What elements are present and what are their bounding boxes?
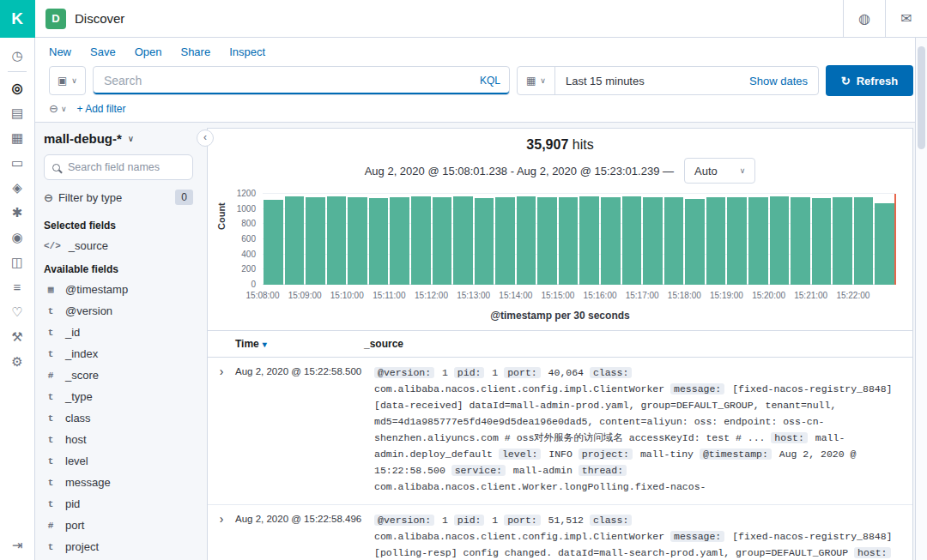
field-item-message[interactable]: tmessage [44,472,193,493]
expand-row-button[interactable]: › [208,365,235,496]
interval-select[interactable]: Auto ∨ [684,158,755,184]
field-item-type[interactable]: t_type [44,386,193,407]
field-item-level[interactable]: tlevel [44,450,193,472]
histogram-bar[interactable] [770,196,790,285]
histogram-bar[interactable] [264,200,283,285]
histogram-bar[interactable] [517,196,536,285]
filter-by-type-button[interactable]: ⊖ Filter by type 0 [44,180,193,213]
histogram-bar[interactable] [475,198,494,285]
search-input[interactable] [102,73,473,88]
histogram-bar[interactable] [369,198,389,285]
menu-item-inspect[interactable]: Inspect [229,45,265,58]
histogram-bar[interactable] [727,197,747,285]
field-name: pid [65,497,80,510]
field-item-class[interactable]: tclass [44,407,193,429]
column-header-time[interactable]: Time ▾ [208,338,364,350]
field-item-version[interactable]: t@version [44,300,193,322]
field-item-score[interactable]: #_score [44,364,193,386]
kql-toggle[interactable]: KQL [473,75,500,87]
histogram-bar[interactable] [875,203,894,285]
globe-icon[interactable]: ◍ [843,0,885,38]
discover-icon[interactable]: ◎ [4,75,30,100]
histogram-bar[interactable] [833,197,852,285]
dashboard-icon[interactable]: ▦ [4,125,30,150]
field-search-input[interactable] [66,160,185,174]
collapse-nav-icon[interactable]: ⇥ [12,538,23,553]
time-range-value[interactable]: Last 15 minutes [555,75,739,87]
menu-item-share[interactable]: Share [180,45,210,58]
mail-icon[interactable]: ✉ [885,0,927,38]
x-axis-tick-label: 15:08:00 [246,291,280,300]
graph-icon[interactable]: ◉ [4,225,30,250]
histogram-plot: 020040060080010001200 [263,194,895,285]
histogram-bar[interactable] [285,196,305,285]
metrics-icon[interactable]: ◫ [4,250,30,274]
scrollbar-thumb[interactable] [918,46,925,149]
menu-item-open[interactable]: Open [135,45,162,58]
machine-learning-icon[interactable]: ✱ [4,200,30,225]
field-item-timestamp[interactable]: ▦@timestamp [44,279,193,300]
saved-query-button[interactable]: ▣ ∨ [49,66,86,95]
field-item-host[interactable]: thost [44,429,193,450]
histogram-bar[interactable] [411,196,431,285]
field-item-pid[interactable]: tpid [44,493,193,515]
histogram-bar[interactable] [537,197,557,285]
menu-item-new[interactable]: New [49,45,71,58]
histogram-bar[interactable] [643,197,663,285]
histogram-bar[interactable] [390,197,409,285]
show-dates-link[interactable]: Show dates [739,75,818,87]
refresh-button[interactable]: ↻ Refresh [826,65,913,96]
histogram-bar[interactable] [559,197,579,285]
menu-item-save[interactable]: Save [90,45,116,58]
histogram-bar[interactable] [706,197,726,285]
histogram-bar[interactable] [791,197,810,285]
uptime-icon[interactable]: ♡ [4,299,30,324]
maps-icon[interactable]: ◈ [4,175,30,200]
histogram-bar[interactable] [495,197,515,285]
filter-icon: ⊖ [49,102,58,115]
logs-icon[interactable]: ≡ [4,274,30,299]
collapse-fields-panel-button[interactable]: ‹ [197,129,214,147]
x-axis-tick-label: 15:14:00 [499,291,532,300]
histogram-bar[interactable] [685,199,705,285]
histogram-bar[interactable] [601,197,621,285]
range-text: Aug 2, 2020 @ 15:08:01.238 - Aug 2, 2020… [365,165,674,178]
dev-tools-icon[interactable]: ⚒ [4,324,30,349]
histogram-bar[interactable] [579,196,599,285]
add-filter-button[interactable]: + Add filter [77,103,126,115]
histogram-bar[interactable] [327,196,347,285]
field-item-id[interactable]: t_id [44,322,193,343]
filter-options-button[interactable]: ⊖ ∨ [49,102,67,115]
scrollbar[interactable] [915,38,927,560]
histogram-chart: Count 020040060080010001200 15:08:0015:0… [208,190,912,330]
index-pattern-switcher[interactable]: mall-debug-* ∨ [44,129,193,154]
expand-row-button[interactable]: › [208,513,235,560]
histogram-bar[interactable] [433,197,452,285]
field-item-port[interactable]: #port [44,515,193,536]
canvas-icon[interactable]: ▭ [4,150,30,175]
recently-viewed-icon[interactable]: ◷ [4,43,30,68]
histogram-bar[interactable] [854,197,874,285]
date-picker-calendar-button[interactable]: ▦ ∨ [518,67,555,94]
space-avatar[interactable]: D [45,9,66,29]
histogram-bar[interactable] [812,198,832,285]
field-item-source[interactable]: </>_source [44,235,193,256]
field-item-project[interactable]: tproject [44,536,193,557]
kibana-logo[interactable]: K [0,0,35,38]
histogram-bar[interactable] [622,196,642,285]
field-badge: pid: [454,367,485,378]
histogram-bar[interactable] [748,197,768,285]
field-badge: @version: [374,515,434,526]
index-pattern-name: mall-debug-* [44,131,122,146]
field-item-index[interactable]: t_index [44,343,193,364]
visualize-icon[interactable]: ▤ [4,100,30,125]
histogram-bar[interactable] [306,197,325,285]
y-axis-tick-label: 0 [221,280,256,289]
stack-management-icon[interactable]: ⚙ [4,349,30,374]
field-badge: class: [590,515,632,526]
histogram-bar[interactable] [453,196,473,285]
search-box: KQL [93,66,510,95]
histogram-bar[interactable] [664,197,684,285]
y-axis-tick-label: 1000 [221,204,256,214]
histogram-bar[interactable] [348,197,367,285]
